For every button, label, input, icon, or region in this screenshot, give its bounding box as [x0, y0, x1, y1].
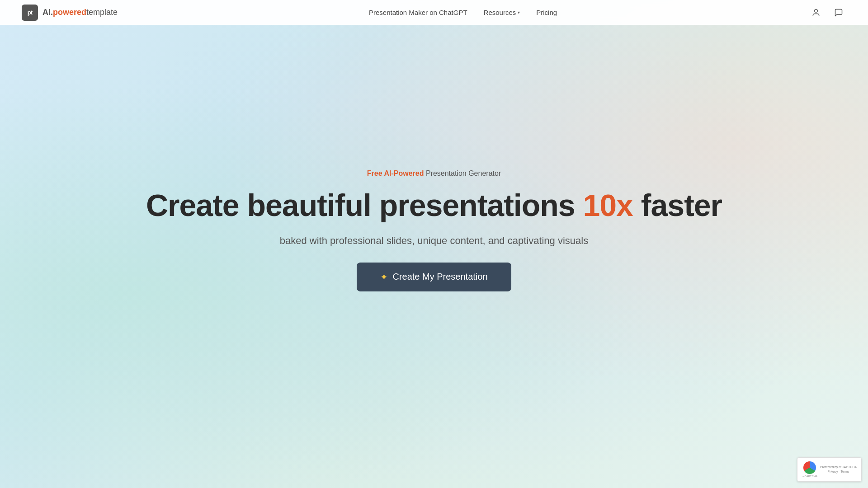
hero-title-accent: 10x — [583, 188, 632, 222]
nav-item-pricing[interactable]: Pricing — [536, 9, 557, 16]
chat-icon-button[interactable] — [831, 5, 846, 20]
hero-section: Free AI-Powered Presentation Generator C… — [0, 0, 868, 488]
recaptcha-logo: reCAPTCHA — [802, 461, 817, 478]
hero-title-part2: faster — [633, 188, 722, 222]
logo-template: template — [86, 8, 118, 17]
recaptcha-terms-link[interactable]: Terms — [841, 470, 849, 473]
recaptcha-badge: reCAPTCHA Protected by reCAPTCHA Privacy… — [797, 457, 862, 482]
nav-icons — [808, 5, 846, 20]
recaptcha-links: Privacy - Terms — [820, 469, 857, 474]
create-presentation-button[interactable]: ✦ Create My Presentation — [357, 263, 511, 291]
hero-title-part1: Create beautiful presentations — [146, 188, 583, 222]
logo-ai: AI. — [42, 8, 53, 17]
recaptcha-privacy-link[interactable]: Privacy — [827, 470, 838, 473]
nav-item-resources[interactable]: Resources ▾ — [484, 9, 520, 16]
hero-badge-highlight: Free AI-Powered — [367, 169, 424, 177]
hero-badge: Free AI-Powered Presentation Generator — [367, 169, 501, 178]
hero-content: Free AI-Powered Presentation Generator C… — [146, 169, 722, 291]
recaptcha-text: Protected by reCAPTCHA Privacy - Terms — [820, 465, 857, 474]
nav: Presentation Maker on ChatGPT Resources … — [369, 9, 557, 16]
cta-label: Create My Presentation — [392, 272, 487, 282]
header: pt AI.poweredtemplate Presentation Maker… — [0, 0, 868, 25]
hero-badge-rest: Presentation Generator — [424, 169, 501, 177]
logo[interactable]: pt AI.poweredtemplate — [22, 5, 118, 21]
nav-item-presentation-maker[interactable]: Presentation Maker on ChatGPT — [369, 9, 467, 16]
recaptcha-icon — [803, 461, 816, 474]
svg-point-0 — [815, 9, 818, 12]
chat-icon — [834, 8, 843, 17]
hero-title: Create beautiful presentations 10x faste… — [146, 188, 722, 222]
logo-powered: powered — [53, 8, 86, 17]
hero-subtitle: baked with professional slides, unique c… — [280, 233, 588, 248]
resources-chevron-icon: ▾ — [518, 10, 520, 15]
user-icon-button[interactable] — [808, 5, 824, 20]
sparkle-icon: ✦ — [380, 272, 388, 282]
logo-icon: pt — [22, 5, 38, 21]
user-icon — [811, 8, 821, 17]
logo-text: AI.poweredtemplate — [42, 8, 118, 17]
